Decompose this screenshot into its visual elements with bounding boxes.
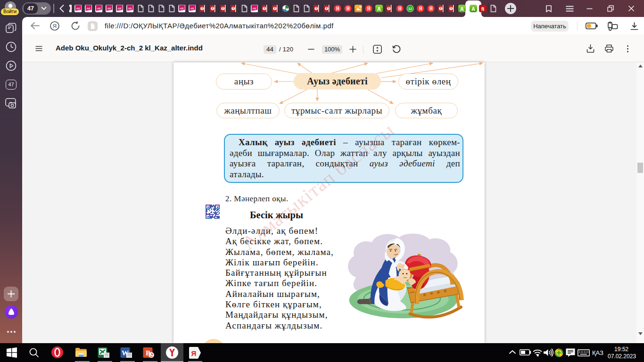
svg-text:АК: АК <box>252 7 256 10</box>
svg-text:Я: Я <box>419 6 422 11</box>
svg-text:Я: Я <box>367 6 370 11</box>
svg-text:Я: Я <box>398 6 401 11</box>
svg-text:АК: АК <box>117 7 122 10</box>
svg-text:АК: АК <box>86 7 91 10</box>
svg-text:АК: АК <box>96 7 101 10</box>
svg-text:A: A <box>471 6 475 12</box>
svg-text:Я: Я <box>53 23 57 29</box>
svg-text:АК: АК <box>107 7 111 10</box>
svg-text:Я: Я <box>191 349 197 357</box>
svg-text:A: A <box>377 6 381 12</box>
svg-text:АК: АК <box>190 7 194 10</box>
svg-text:fi: fi <box>481 6 485 12</box>
svg-text:12: 12 <box>408 7 412 11</box>
svg-text:АК: АК <box>179 7 184 10</box>
svg-text:АК: АК <box>127 7 132 10</box>
svg-text:Я: Я <box>346 6 349 11</box>
svg-text:Я: Я <box>429 6 432 11</box>
svg-text:АК: АК <box>75 7 80 10</box>
svg-text:Я: Я <box>336 6 339 11</box>
svg-text:A: A <box>460 6 464 12</box>
